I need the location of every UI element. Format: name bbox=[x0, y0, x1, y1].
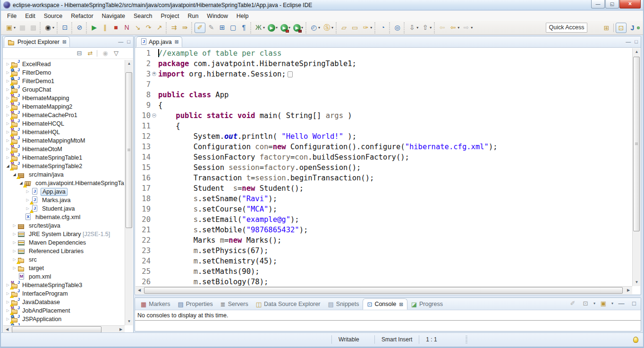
disconnect-icon[interactable]: N bbox=[122, 23, 132, 33]
open-resource-icon[interactable]: ▱ bbox=[339, 23, 349, 33]
tab-snippets[interactable]: ▤Snippets bbox=[324, 298, 363, 310]
close-button[interactable]: × bbox=[619, 0, 641, 8]
previous-annotation-icon[interactable]: ⇧▾ bbox=[420, 23, 432, 33]
fold-marker-icon[interactable]: − bbox=[152, 110, 158, 121]
mark-occurrences-icon[interactable]: ✐ bbox=[195, 23, 205, 33]
tree-vertical-scrollbar[interactable]: ▲ ▼ bbox=[125, 60, 133, 325]
tree-item-target[interactable]: ▷target bbox=[3, 264, 125, 272]
scroll-up-icon[interactable]: ▲ bbox=[125, 60, 133, 68]
user-profile-icon[interactable]: ◉▾ bbox=[43, 23, 55, 33]
display-selected-console-icon[interactable]: ⊡ bbox=[581, 300, 590, 307]
code-line-18[interactable]: 18 s.setSname("Ravi"); bbox=[136, 194, 632, 204]
tree-item-hibernatespringtable1[interactable]: ▷JMHibernateSpringTable1 bbox=[3, 153, 125, 162]
code-line-2[interactable]: 2package com.javatpoint.HibernateSpringT… bbox=[136, 59, 632, 69]
new-wizard-icon[interactable]: ▣▾ bbox=[4, 23, 17, 33]
step-return-icon[interactable]: ↗ bbox=[154, 23, 164, 33]
tree-item-student-java[interactable]: ▷JStudent.java bbox=[3, 204, 125, 213]
java-perspective-icon[interactable]: J bbox=[627, 23, 641, 33]
code-line-19[interactable]: 19 s.setCourse("MCA"); bbox=[136, 204, 632, 214]
tree-item-jobandplacement[interactable]: ▷JMJobAndPlacement bbox=[3, 306, 125, 315]
link-with-editor-icon[interactable]: ⇄ bbox=[85, 50, 95, 57]
forward-icon[interactable]: ⇨▾ bbox=[461, 23, 474, 33]
code-line-15[interactable]: 15 Session session=factory.openSession()… bbox=[136, 162, 632, 173]
collapse-all-icon[interactable]: ⊟ bbox=[75, 50, 84, 57]
suspend-icon[interactable]: ∥ bbox=[100, 23, 110, 33]
open-type-icon[interactable]: ⊞ bbox=[217, 23, 227, 33]
maximize-view-icon[interactable]: □ bbox=[127, 38, 130, 45]
code-line-21[interactable]: 21 s.setMobile("9876865432"); bbox=[136, 225, 632, 235]
dropdown-arrow-icon[interactable]: ▾ bbox=[416, 25, 418, 30]
debug-icon[interactable]: Ж▾ bbox=[254, 23, 266, 33]
menu-edit[interactable]: Edit bbox=[21, 12, 40, 20]
tree-item-pom-xml[interactable]: Mpom.xml bbox=[3, 272, 125, 281]
menu-file[interactable]: File bbox=[3, 12, 21, 20]
code-line-25[interactable]: 25 m.setMaths(90); bbox=[136, 266, 632, 277]
dropdown-arrow-icon[interactable]: ▾ bbox=[611, 301, 613, 306]
menu-refactor[interactable]: Refactor bbox=[67, 12, 97, 20]
fold-marker-icon[interactable]: + bbox=[152, 69, 158, 79]
code-line-7[interactable]: 7 bbox=[136, 79, 632, 90]
minimize-button[interactable]: — bbox=[591, 0, 605, 8]
maximize-editor-icon[interactable]: □ bbox=[635, 38, 638, 45]
quick-access-box[interactable]: Quick Access bbox=[546, 23, 587, 33]
title-bar[interactable]: eclipse-workspace - HibernateSpringTable… bbox=[1, 0, 643, 10]
new-web-service-icon[interactable]: ◴▾ bbox=[309, 23, 321, 33]
open-console-shortcut-icon[interactable]: ⊡ bbox=[60, 23, 70, 33]
code-line-14[interactable]: 14 SessionFactory factory=con.buildSessi… bbox=[136, 152, 632, 162]
code-line-10[interactable]: 10− public static void main( String[] ar… bbox=[136, 110, 632, 121]
expander-icon[interactable]: ▷ bbox=[11, 247, 17, 255]
tree-item-excelread[interactable]: ▷JExcelRead bbox=[3, 60, 125, 68]
tab-console[interactable]: ⊡Console⊠ bbox=[363, 298, 407, 310]
maximize-panel-icon[interactable]: □ bbox=[629, 300, 639, 307]
tree-item-jspapplication[interactable]: ▷JJSPApplication bbox=[3, 315, 125, 323]
code-line-16[interactable]: 16 Transaction t=session.beginTransactio… bbox=[136, 173, 632, 183]
code-line-17[interactable]: 17 Student s=new Student(); bbox=[136, 183, 632, 194]
javaee-perspective-icon[interactable]: ⊡ bbox=[616, 23, 627, 33]
scroll-down-icon[interactable]: ▼ bbox=[125, 318, 133, 325]
expander-icon[interactable]: ▷ bbox=[25, 187, 31, 196]
view-menu-icon[interactable]: ▽ bbox=[111, 50, 121, 57]
tab-progress[interactable]: ◪Progress bbox=[407, 298, 447, 310]
expander-icon[interactable]: ▷ bbox=[11, 264, 17, 272]
dropdown-arrow-icon[interactable]: ▾ bbox=[318, 25, 320, 30]
tree-item-src[interactable]: ▷src bbox=[3, 255, 125, 264]
coverage-icon[interactable]: ▶▾ bbox=[280, 23, 291, 33]
tree-item-com-javatpoint-hibernatespringta[interactable]: ◢com.javatpoint.HibernateSpringTa bbox=[3, 179, 125, 187]
tree-item-interfaceprogram[interactable]: ▷JInterfaceProgram bbox=[3, 289, 125, 298]
tree-item-hibernatehcql[interactable]: ▷JMHibernateHCQL bbox=[3, 119, 125, 128]
dropdown-arrow-icon[interactable]: ▾ bbox=[14, 25, 16, 30]
tree-item-hibernateotom[interactable]: ▷JMHibernateOtoM bbox=[3, 145, 125, 153]
tab-markers[interactable]: ▦Markers bbox=[137, 298, 174, 310]
tree-item-groupchat[interactable]: ▷JGroupChat bbox=[3, 85, 125, 94]
folded-region-icon[interactable] bbox=[288, 71, 293, 77]
next-annotation-icon[interactable]: ⇩▾ bbox=[407, 23, 419, 33]
code-line-8[interactable]: 8public class App bbox=[136, 90, 632, 100]
minimize-editor-icon[interactable]: — bbox=[626, 38, 631, 45]
scroll-down-icon[interactable]: ▼ bbox=[633, 279, 641, 286]
dropdown-arrow-icon[interactable]: ▾ bbox=[52, 25, 54, 30]
tree-item-marks-java[interactable]: ▷JMarks.java bbox=[3, 196, 125, 204]
menu-help[interactable]: Help bbox=[232, 12, 253, 20]
code-line-13[interactable]: 13 Configuration con=new Configuration()… bbox=[136, 142, 632, 152]
menu-source[interactable]: Source bbox=[40, 12, 67, 20]
scroll-up-icon[interactable]: ▲ bbox=[633, 48, 641, 56]
use-step-filters-icon[interactable]: ⇛ bbox=[180, 23, 190, 33]
code-line-12[interactable]: 12 System.out.println( "Hello World!" ); bbox=[136, 131, 632, 142]
code-line-11[interactable]: 11 { bbox=[136, 121, 632, 131]
lightbulb-icon[interactable] bbox=[633, 337, 638, 343]
tab-data-source-explorer[interactable]: ◫Data Source Explorer bbox=[252, 298, 324, 310]
code-line-23[interactable]: 23 m.setPhysics(67); bbox=[136, 246, 632, 256]
expander-icon[interactable]: ▷ bbox=[11, 230, 17, 238]
code-line-26[interactable]: 26 m.setBiology(78); bbox=[136, 277, 632, 286]
dropdown-arrow-icon[interactable]: ▾ bbox=[593, 301, 595, 306]
dropdown-arrow-icon[interactable]: ▾ bbox=[458, 25, 459, 30]
editor-vertical-scrollbar[interactable]: ▲ ▼ bbox=[632, 48, 640, 286]
dropdown-arrow-icon[interactable]: ▾ bbox=[471, 25, 473, 30]
project-explorer-tab[interactable]: Project Explorer ⊠ bbox=[4, 36, 70, 47]
terminate-icon[interactable]: ■ bbox=[111, 23, 121, 33]
tree-item-referenced-libraries[interactable]: ▷Referenced Libraries bbox=[3, 247, 125, 255]
expander-icon[interactable]: ▷ bbox=[11, 238, 17, 247]
code-line-3[interactable]: 3+import org.hibernate.Session; bbox=[136, 69, 632, 79]
tree-item-jre-system-library-[interactable]: ▷JRE System Library [J2SE-1.5] bbox=[3, 230, 125, 238]
menu-search[interactable]: Search bbox=[129, 12, 157, 20]
